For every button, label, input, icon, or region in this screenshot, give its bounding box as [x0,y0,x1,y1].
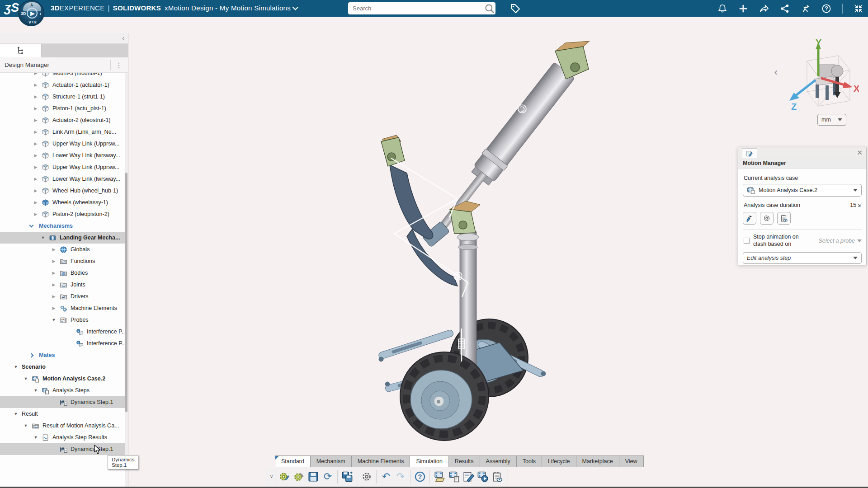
stop-animation-checkbox[interactable] [744,238,750,244]
tree-item[interactable]: ▶Upper Way Link (Upprsw... [0,138,125,150]
tab-lifecycle[interactable]: Lifecycle [542,455,576,467]
tree-item[interactable]: ▶Upper Way Link (Upprsw... [0,161,125,173]
probe-flag-button[interactable] [743,212,756,225]
tree-scrollbar[interactable] [125,73,128,487]
tree-item[interactable]: Mechanisms [0,220,125,232]
tree-item[interactable]: ▼Motion Analysis Case.2 [0,373,125,385]
expander-collapsed-icon[interactable]: ▶ [51,259,57,263]
axis-triad[interactable]: Y X Z [782,38,859,122]
options-button[interactable] [360,470,373,483]
tree-item[interactable]: Mates [0,349,125,361]
tree-item[interactable]: ▶Piston-1 (actu_pist-1) [0,103,125,114]
collapse-panel-icon[interactable]: ‹ [122,34,124,42]
panel-expand-chevron-icon[interactable]: ‹ [774,66,778,78]
tab-results[interactable]: Results [448,455,480,467]
tree-item[interactable]: ▶Globals [0,244,125,255]
tree-item[interactable]: Interference P... [0,326,125,338]
document-title[interactable]: xMotion Design - My Motion Simulations [165,4,291,12]
tree-item[interactable]: ▶Actuator-1 (actuator-1) [0,79,125,91]
expander-chevron-icon[interactable] [29,353,34,357]
undo-button[interactable]: ↶ [379,470,393,483]
tree-item[interactable]: ▼Scenario [0,361,125,373]
expander-collapsed-icon[interactable]: ▶ [33,118,39,122]
results-preview-button[interactable] [777,212,791,225]
expander-expanded-icon[interactable]: ▼ [33,435,39,440]
run-simulation-button[interactable] [476,470,490,483]
tree-item[interactable]: Dynamics Step.1 [0,443,125,455]
tree-item[interactable]: ▼Analysis Step Results [0,432,125,443]
units-dropdown[interactable]: mm [817,114,846,126]
reload-button[interactable]: ⟳ [321,470,335,483]
exit-fullscreen-icon[interactable] [854,4,863,14]
tab-simulation[interactable]: Simulation [410,455,448,467]
tree-item[interactable]: ▶Machine Elements [0,302,125,314]
tree-item[interactable]: ▼Result [0,408,125,420]
tree-item[interactable]: ▶Joints [0,279,125,291]
edit-analysis-step-dropdown[interactable]: Edit analysis step [743,252,862,264]
tree-item[interactable]: ▶Mount-3 (mounts-1) [0,73,125,79]
open-mechanism-button[interactable] [433,470,446,483]
title-chevron-down-icon[interactable] [292,5,298,10]
expander-collapsed-icon[interactable]: ▶ [33,130,39,134]
share-icon[interactable] [759,4,769,14]
update-rebuild-button[interactable] [278,470,291,483]
expander-collapsed-icon[interactable]: ▶ [51,282,57,287]
toolbar-collapse-icon[interactable]: ∨ [268,469,275,484]
expander-chevron-icon[interactable] [29,223,34,227]
search-icon[interactable] [484,3,495,14]
rebuild-button[interactable] [292,470,306,483]
tree-item[interactable]: ▼Probes [0,314,125,326]
search-bar[interactable] [348,2,495,14]
tree-item[interactable]: ▼Result of Motion Analysis Ca... [0,420,125,432]
tab-standard[interactable]: Standard [275,455,310,467]
expander-collapsed-icon[interactable]: ▶ [51,247,57,252]
save-manage-button[interactable] [340,470,354,483]
tree-item[interactable]: ▶Structure-1 (strut1-1) [0,91,125,103]
tree-item[interactable]: ▼Analysis Steps [0,385,125,396]
tab-marketplace[interactable]: Marketplace [576,455,619,467]
new-analysis-case-button[interactable] [447,470,461,483]
expander-collapsed-icon[interactable]: ▶ [33,177,39,181]
compass-play-icon[interactable]: ▶ [27,8,38,19]
tab-assembly[interactable]: Assembly [480,455,516,467]
expander-collapsed-icon[interactable]: ▶ [33,106,39,111]
motion-manager-tab[interactable] [742,148,757,158]
tree-item[interactable]: ▶Functions [0,255,125,267]
analysis-case-dropdown[interactable]: Motion Analysis Case.2 [743,184,862,197]
tab-design-manager[interactable] [0,44,42,57]
settings-button[interactable] [760,212,774,225]
close-icon[interactable]: ✕ [857,149,863,157]
tree-item[interactable]: ▶Link Arm (Link_arm_Ne... [0,126,125,138]
tree-item[interactable]: ▶Wheel Hub (wheel_hub-1) [0,185,125,197]
expander-expanded-icon[interactable]: ▼ [23,376,29,381]
edit-analysis-step-button[interactable] [462,470,475,483]
expander-expanded-icon[interactable]: ▼ [23,423,29,428]
review-results-button[interactable] [491,470,504,483]
expander-collapsed-icon[interactable]: ▶ [33,141,39,146]
tree-item[interactable]: Dynamics Step.1 [0,396,125,408]
tag-icon[interactable] [510,3,521,14]
expander-collapsed-icon[interactable]: ▶ [51,294,57,299]
tree-item[interactable]: Interference P... [0,338,125,349]
expander-expanded-icon[interactable]: ▼ [40,235,46,240]
expander-collapsed-icon[interactable]: ▶ [33,188,39,193]
expander-collapsed-icon[interactable]: ▶ [33,94,39,99]
expander-collapsed-icon[interactable]: ▶ [33,200,39,205]
tree-item[interactable]: ▶Wheels (wheelassy-1) [0,197,125,208]
tree-scrollbar-thumb[interactable] [125,173,127,412]
landing-gear-model[interactable] [294,25,637,460]
share-network-icon[interactable] [780,4,790,14]
help-button[interactable]: ? [413,470,427,483]
tree-item[interactable]: ▶Bodies [0,267,125,279]
tree-item[interactable]: ▶Piston-2 (oleopiston-2) [0,208,125,220]
save-button[interactable] [307,470,320,483]
expander-expanded-icon[interactable]: ▼ [13,365,19,369]
expander-collapsed-icon[interactable]: ▶ [33,212,39,216]
select-probe-dropdown[interactable]: Select a probe [818,238,862,244]
expander-expanded-icon[interactable]: ▼ [51,318,57,322]
tree-item[interactable]: ▶Lower Way Link (lwrsway... [0,150,125,161]
tree-item[interactable]: ▶Lower Way Link (lwrsway... [0,173,125,185]
expander-collapsed-icon[interactable]: ▶ [33,83,39,87]
expander-collapsed-icon[interactable]: ▶ [33,73,39,75]
tab-mechanism[interactable]: Mechanism [310,455,351,467]
